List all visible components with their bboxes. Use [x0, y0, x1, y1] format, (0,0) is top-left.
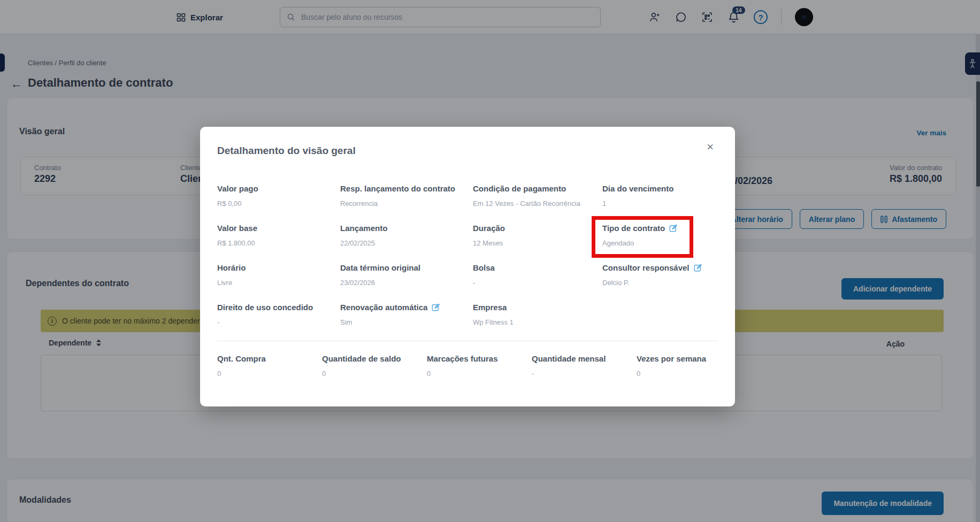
edit-icon[interactable] — [432, 303, 440, 311]
overview-detail-modal: Detalhamento do visão geral × Valor pago… — [200, 127, 735, 406]
field-consultor: Consultor responsável Delcio P. — [602, 263, 718, 287]
field-dia-vencimento: Dia do vencimento 1 — [602, 184, 718, 208]
field-tipo-contrato-highlighted: Tipo de contrato Agendado — [602, 224, 718, 247]
field-data-termino: Data término original 23/02/2026 — [340, 263, 473, 287]
field-empresa: Empresa Wp Fitness 1 — [473, 303, 602, 326]
stat-quantidade-saldo: Quantidade de saldo 0 — [322, 354, 427, 378]
close-icon[interactable]: × — [703, 141, 717, 153]
edit-icon[interactable] — [669, 224, 677, 232]
field-renovacao: Renovação automática Sim — [340, 303, 473, 326]
modal-divider — [217, 341, 718, 341]
stat-vezes-semana: Vezes por semana 0 — [637, 354, 741, 378]
field-lancamento: Lançamento 22/02/2025 — [340, 224, 473, 247]
modal-title: Detalhamento do visão geral — [217, 145, 718, 157]
field-valor-base: Valor base R$ 1.800,00 — [217, 224, 340, 247]
stat-qnt-compra: Qnt. Compra 0 — [217, 354, 322, 378]
stat-quantidade-mensal: Quantidade mensal - — [532, 354, 637, 378]
field-direito-uso: Direito de uso concedido - — [217, 303, 340, 326]
field-valor-pago: Valor pago R$ 0,00 — [217, 184, 340, 208]
field-horario: Horário Livre — [217, 263, 340, 287]
stat-marcacoes-futuras: Marcações futuras 0 — [427, 354, 532, 378]
field-condicao-pagamento: Condição de pagamento Em 12 Vezes - Cart… — [473, 184, 602, 208]
field-duracao: Duração 12 Meses — [473, 224, 602, 247]
field-empty — [602, 303, 718, 326]
field-resp-lancamento: Resp. lançamento do contrato Recorrencia — [340, 184, 473, 208]
edit-icon[interactable] — [694, 264, 702, 272]
field-bolsa: Bolsa - — [473, 263, 602, 287]
